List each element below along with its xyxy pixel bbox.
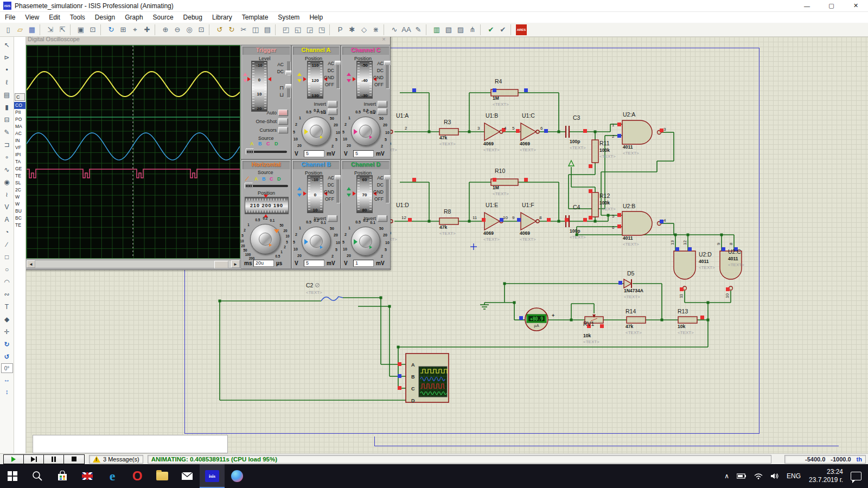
clock[interactable]: 23:24 23.7.2019 г. (809, 468, 843, 484)
taskbar-photos[interactable] (225, 464, 250, 488)
current-probe-mode-icon[interactable]: A (1, 214, 13, 226)
invert-button[interactable] (378, 215, 387, 221)
mark-print-area-icon[interactable]: ⊡ (87, 24, 98, 35)
cut-icon[interactable]: ✂ (238, 24, 249, 35)
selector-item-PII[interactable]: PII (14, 109, 25, 116)
taskbar-opera[interactable]: O (125, 464, 150, 488)
value-input[interactable]: 5 (353, 150, 374, 157)
tray-chevron-icon[interactable]: ∧ (724, 472, 729, 480)
subcircuit-mode-icon[interactable]: ⊟ (1, 114, 13, 126)
cursor-snap-icon[interactable]: ✚ (142, 24, 152, 35)
zoom-all-icon[interactable]: ◎ (184, 24, 195, 35)
block-delete-icon[interactable]: ◳ (316, 24, 327, 35)
menu-item-edit[interactable]: Edit (44, 12, 65, 22)
block-move-icon[interactable]: ◱ (292, 24, 303, 35)
tape-recorder-mode-icon[interactable]: ◉ (1, 176, 13, 188)
virtual-instruments-mode-icon[interactable]: ◔ (1, 226, 13, 238)
block-copy-icon[interactable]: ◰ (280, 24, 291, 35)
selector-item-W[interactable]: W (14, 201, 25, 208)
design-explorer-icon[interactable]: ▥ (431, 24, 442, 35)
redraw-icon[interactable]: ↻ (106, 24, 117, 35)
2d-arc-mode-icon[interactable]: ◠ (1, 276, 13, 288)
taskbar-mail[interactable] (175, 464, 200, 488)
menu-item-debug[interactable]: Debug (178, 12, 207, 22)
false-origin-icon[interactable]: ⌖ (130, 24, 141, 35)
paste-icon[interactable]: ▤ (262, 24, 273, 35)
invert-button[interactable] (328, 101, 337, 107)
source-slider[interactable] (246, 149, 254, 155)
selector-item-2C[interactable]: 2C (14, 187, 25, 194)
value-input[interactable]: 5 (304, 150, 324, 157)
zoom-area-icon[interactable]: ⊡ (196, 24, 207, 35)
2d-line-mode-icon[interactable]: ∕ (1, 239, 13, 251)
taskbar-file-explorer[interactable] (150, 464, 175, 488)
toggle-grid-icon[interactable]: ⊞ (118, 24, 129, 35)
stop-button[interactable] (64, 455, 84, 464)
block-rotate-icon[interactable]: ◲ (304, 24, 315, 35)
packaging-tool-icon[interactable]: ◇ (359, 24, 369, 35)
selector-item-TA[interactable]: TA (14, 158, 25, 165)
print-icon[interactable]: ▣ (75, 24, 86, 35)
cursors-button[interactable] (278, 127, 288, 133)
selector-item-GE[interactable]: GE (14, 165, 25, 172)
taskbar-start-button[interactable] (0, 464, 25, 488)
selector-item-CO[interactable]: CO (14, 102, 25, 109)
oscilloscope-scrollbar[interactable]: ◄ ► (26, 260, 240, 268)
selector-item-PO[interactable]: PO (14, 116, 25, 123)
value-input[interactable]: 20u (253, 260, 274, 267)
copy-icon[interactable]: ◫ (250, 24, 261, 35)
position-scale[interactable]: 210 200 190 (245, 197, 289, 214)
taskbar-store[interactable] (50, 464, 75, 488)
text-script-mode-icon[interactable]: ▤ (1, 89, 13, 101)
graph-mode-icon[interactable]: ∿ (1, 164, 13, 176)
edit-field[interactable] (33, 435, 228, 453)
menu-item-graph[interactable]: Graph (120, 12, 148, 22)
generator-mode-icon[interactable]: ≀ (1, 189, 13, 201)
menu-item-tools[interactable]: Tools (65, 12, 90, 22)
zoom-in-icon[interactable]: ⊕ (160, 24, 171, 35)
mirror-vertical-icon[interactable]: ↕ (1, 386, 13, 398)
rotation-angle-icon[interactable]: 0° (1, 363, 13, 373)
speaker-icon[interactable] (770, 473, 779, 479)
property-assignment-icon[interactable]: ✎ (413, 24, 424, 35)
selector-item-IN[interactable]: IN (14, 137, 25, 144)
goto-sheet-icon[interactable]: ⋔ (467, 24, 478, 35)
2d-text-mode-icon[interactable]: T (1, 301, 13, 313)
instant-edit-mode-icon[interactable]: ✎ (1, 126, 13, 138)
2d-path-mode-icon[interactable]: ∾ (1, 288, 13, 300)
decompose-icon[interactable]: ⋇ (371, 24, 381, 35)
position-scale[interactable]: -1001020 (251, 61, 267, 112)
a+b-button[interactable] (328, 108, 337, 114)
menu-item-help[interactable]: Help (304, 12, 328, 22)
selector-item-TE[interactable]: TE (14, 222, 25, 229)
selection-mode-icon[interactable]: ↖ (1, 39, 13, 51)
notification-icon[interactable] (851, 472, 861, 480)
export-section-icon[interactable]: ⇱ (57, 24, 68, 35)
taskbar-search[interactable] (25, 464, 50, 488)
electrical-rule-check-icon[interactable]: ✔ (486, 24, 496, 35)
menu-item-source[interactable]: Source (148, 12, 178, 22)
2d-marker-mode-icon[interactable]: ✛ (1, 326, 13, 338)
one-shot-button[interactable] (278, 118, 288, 124)
component-mode-icon[interactable]: ⊳ (1, 52, 13, 63)
auto-button[interactable] (278, 110, 288, 115)
selector-item-BC[interactable]: BC (14, 215, 25, 222)
selector-item-W[interactable]: W (14, 194, 25, 201)
coupling-handle[interactable] (384, 175, 391, 179)
message-box[interactable]: 3 Message(s) (89, 455, 143, 464)
bus-mode-icon[interactable]: ▮ (1, 101, 13, 113)
maximize-button[interactable]: ▢ (819, 0, 844, 12)
remove-sheet-icon[interactable]: ▨ (455, 24, 466, 35)
selector-item-VF[interactable]: VF (14, 144, 25, 151)
rotate-anticlockwise-icon[interactable]: ↺ (1, 351, 13, 363)
taskbar-isis[interactable]: isis (200, 464, 225, 488)
menu-item-design[interactable]: Design (90, 12, 120, 22)
play-button[interactable] (4, 455, 24, 464)
language-indicator[interactable]: ENG (787, 472, 801, 480)
battery-icon[interactable] (737, 473, 746, 479)
wire-label-mode-icon[interactable]: ℓ (1, 76, 13, 88)
selector-item-SL[interactable]: SL (14, 179, 25, 187)
selector-item-AC[interactable]: AC (14, 130, 25, 137)
2d-symbol-mode-icon[interactable]: ◆ (1, 313, 13, 325)
junction-dot-mode-icon[interactable]: • (1, 64, 13, 76)
